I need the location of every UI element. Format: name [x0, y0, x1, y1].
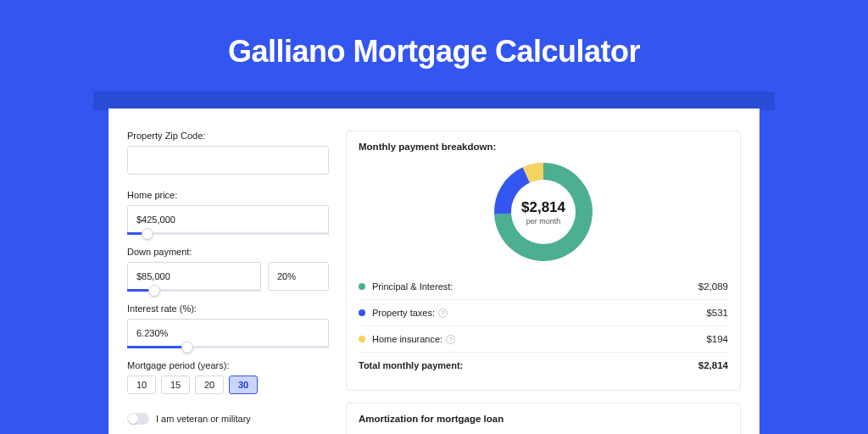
legend: Principal & Interest:$2,089Property taxe… [359, 274, 728, 352]
veteran-row: I am veteran or military [127, 413, 329, 425]
interest-rate-field: Interest rate (%): [127, 303, 329, 348]
interest-rate-slider[interactable] [127, 346, 329, 348]
info-icon[interactable]: ? [438, 309, 448, 318]
total-label: Total monthly payment: [359, 360, 698, 370]
page-header: Galliano Mortgage Calculator [0, 0, 868, 70]
home-price-slider[interactable] [127, 232, 329, 235]
info-icon[interactable]: ? [446, 335, 455, 344]
period-options: 10152030 [127, 376, 329, 394]
results-column: Monthly payment breakdown: $2,814per mon… [346, 131, 741, 434]
home-price-field: Home price: [127, 190, 329, 235]
veteran-toggle-knob [128, 414, 138, 424]
period-option-10[interactable]: 10 [127, 376, 156, 394]
donut-center-sub: per month [526, 217, 561, 225]
zip-label: Property Zip Code: [127, 131, 329, 141]
period-option-15[interactable]: 15 [161, 376, 190, 394]
period-option-20[interactable]: 20 [195, 376, 224, 394]
period-field: Mortgage period (years): 10152030 [127, 360, 329, 394]
veteran-label: I am veteran or military [156, 414, 251, 424]
legend-label: Property taxes:? [372, 308, 706, 318]
zip-field: Property Zip Code: [127, 131, 329, 175]
legend-label: Principal & Interest: [372, 281, 698, 292]
breakdown-panel: Monthly payment breakdown: $2,814per mon… [346, 131, 741, 391]
amortization-title: Amortization for mortgage loan [359, 414, 728, 424]
home-price-input[interactable] [127, 205, 329, 234]
legend-total-row: Total monthly payment: $2,814 [359, 352, 728, 378]
legend-dot [359, 283, 365, 290]
down-percent-input[interactable] [268, 262, 329, 291]
calculator-card: Property Zip Code: Home price: Down paym… [108, 108, 760, 434]
legend-value: $531 [706, 308, 728, 318]
header-band [93, 92, 775, 110]
legend-label: Home insurance:? [372, 334, 706, 344]
veteran-toggle[interactable] [127, 413, 149, 425]
legend-dot [359, 336, 365, 342]
donut-chart: $2,814per month [359, 155, 728, 274]
interest-rate-label: Interest rate (%): [127, 303, 329, 314]
down-amount-input[interactable] [127, 262, 261, 291]
interest-rate-slider-fill [127, 346, 187, 348]
zip-input[interactable] [127, 146, 329, 175]
legend-row: Property taxes:?$531 [359, 299, 728, 326]
interest-rate-input[interactable] [127, 319, 329, 348]
legend-row: Principal & Interest:$2,089 [359, 274, 728, 299]
legend-value: $194 [706, 334, 728, 344]
donut-center-amount: $2,814 [521, 199, 566, 215]
donut-svg: $2,814per month [490, 159, 597, 265]
interest-rate-slider-thumb[interactable] [181, 342, 193, 353]
amortization-panel: Amortization for mortgage loan Amortizat… [346, 403, 741, 434]
total-value: $2,814 [698, 360, 728, 370]
home-price-label: Home price: [127, 190, 329, 200]
down-payment-field: Down payment: [127, 247, 329, 292]
down-payment-slider[interactable] [127, 289, 261, 292]
legend-row: Home insurance:?$194 [359, 326, 728, 352]
period-option-30[interactable]: 30 [229, 376, 258, 394]
home-price-slider-thumb[interactable] [142, 228, 153, 240]
down-payment-slider-thumb[interactable] [148, 285, 160, 297]
breakdown-title: Monthly payment breakdown: [359, 142, 728, 152]
page-title: Galliano Mortgage Calculator [0, 34, 868, 70]
legend-value: $2,089 [698, 281, 728, 292]
legend-dot [359, 309, 365, 316]
period-label: Mortgage period (years): [127, 360, 329, 370]
form-column: Property Zip Code: Home price: Down paym… [127, 131, 329, 434]
down-payment-label: Down payment: [127, 247, 329, 257]
